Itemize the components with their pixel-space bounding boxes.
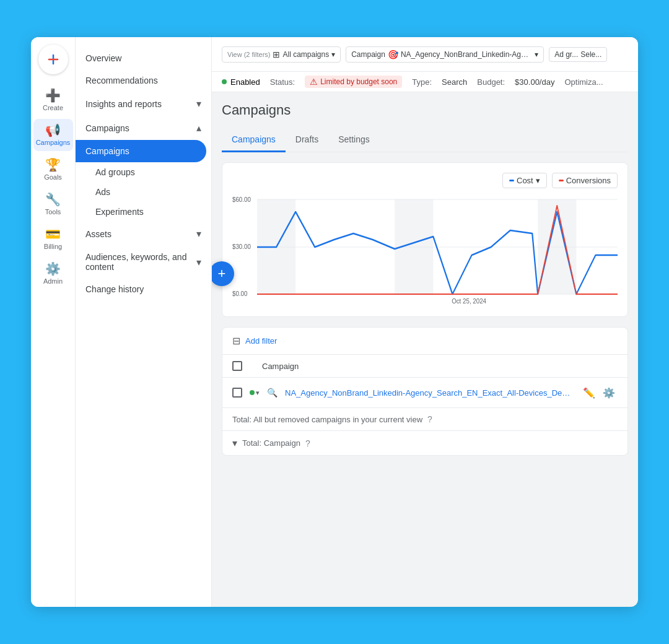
campaign-name-link[interactable]: NA_Agency_NonBrand_Linkedin-Agency_Searc… <box>285 388 573 398</box>
campaign-filter-chip[interactable]: Campaign 🎯 NA_Agency_NonBrand_Linkedin-A… <box>346 46 544 63</box>
assets-chevron-icon: ▾ <box>196 228 201 240</box>
enabled-status: Enabled <box>222 77 260 87</box>
budget-status-badge: ⚠ Limited by budget soon <box>305 76 402 88</box>
sidebar-item-campaigns[interactable]: 📢 Campaigns <box>33 119 73 151</box>
nav-assets-label: Assets <box>85 229 112 239</box>
total-all-label: Total: All but removed campaigns in your… <box>232 415 422 424</box>
settings-icon[interactable]: ⚙️ <box>600 384 618 401</box>
nav-audiences-label: Audiences, keywords, and content <box>85 252 196 272</box>
table-header: Campaign <box>222 355 627 378</box>
goals-icon: 🏆 <box>45 159 61 171</box>
nav-recommendations[interactable]: Recommendations <box>76 69 211 92</box>
nav-experiments-label: Experiments <box>95 207 144 217</box>
content-area: Campaigns Campaigns Drafts Settings <box>212 92 638 607</box>
nav-assets-header[interactable]: Assets ▾ <box>76 222 211 246</box>
billing-label: Billing <box>44 243 62 250</box>
svg-text:$0.00: $0.00 <box>232 290 248 297</box>
enabled-dot <box>222 79 227 84</box>
ad-group-label: Ad gr... <box>554 50 578 59</box>
budget-value: $30.00/day <box>515 77 554 87</box>
nav-change-history-label: Change history <box>85 284 144 294</box>
conversions-line-indicator <box>559 180 564 181</box>
sidebar-item-tools[interactable]: 🔧 Tools <box>33 188 73 220</box>
budget-label: Budget: <box>477 77 505 87</box>
create-label: Create <box>43 104 63 111</box>
grid-icon: ⊞ <box>273 50 280 59</box>
nav-overview-label: Overview <box>85 53 121 63</box>
table-row: ▾ 🔍 NA_Agency_NonBrand_Linkedin-Agency_S… <box>222 378 627 408</box>
campaign-column-header: Campaign <box>262 362 299 371</box>
nav-change-history[interactable]: Change history <box>76 278 211 300</box>
tabs: Campaigns Drafts Settings <box>222 128 628 152</box>
campaigns-table: ⊟ Add filter Campaign ▾ 🔍 <box>222 327 628 456</box>
filter-icon: ⊟ <box>232 335 240 347</box>
enabled-label: Enabled <box>230 77 260 87</box>
icon-sidebar: ➕ Create 📢 Campaigns 🏆 Goals 🔧 Tools 💳 B… <box>31 37 76 607</box>
expand-icon[interactable]: ▾ <box>232 437 237 449</box>
page-title: Campaigns <box>222 102 628 118</box>
ad-group-value: Sele... <box>580 50 601 59</box>
nav-insights-header[interactable]: Insights and reports ▾ <box>76 92 211 116</box>
chart-container: Cost ▾ Conversions $60.00 $30.00 $0. <box>222 162 628 317</box>
add-filter-row[interactable]: ⊟ Add filter <box>222 328 627 355</box>
edit-icon[interactable]: ✏️ <box>580 384 598 401</box>
create-icon: ➕ <box>45 89 61 102</box>
view-value: All campaigns <box>282 50 329 59</box>
total-campaign-row: ▾ Total: Campaign ? <box>222 430 627 455</box>
nav-audiences-header[interactable]: Audiences, keywords, and content ▾ <box>76 246 211 278</box>
ad-group-filter-chip[interactable]: Ad gr... Sele... <box>549 47 607 62</box>
nav-campaigns[interactable]: Campaigns <box>76 140 206 162</box>
row-checkbox[interactable] <box>232 388 242 398</box>
sidebar-item-admin[interactable]: ⚙️ Admin <box>33 258 73 290</box>
nav-ads[interactable]: Ads <box>76 182 211 202</box>
audiences-chevron-icon: ▾ <box>196 256 201 268</box>
campaign-filter-value: NA_Agency_NonBrand_Linkedin-Agency_Searc… <box>401 50 532 59</box>
tab-drafts[interactable]: Drafts <box>286 128 328 152</box>
total-campaign-help-icon[interactable]: ? <box>305 438 310 448</box>
insights-chevron-icon: ▾ <box>196 98 201 110</box>
row-status-indicator[interactable]: ▾ <box>250 389 260 397</box>
total-all-row: Total: All but removed campaigns in your… <box>222 408 627 430</box>
sidebar-item-goals[interactable]: 🏆 Goals <box>33 154 73 186</box>
nav-experiments[interactable]: Experiments <box>76 202 211 222</box>
total-all-help-icon[interactable]: ? <box>427 414 432 424</box>
top-bar: View (2 filters) ⊞ All campaigns ▾ Campa… <box>212 37 638 72</box>
nav-campaigns-label: Campaigns <box>85 146 129 156</box>
campaign-icon: 🎯 <box>388 50 398 59</box>
campaign-chevron-icon: ▾ <box>535 50 538 59</box>
view-filter-chip[interactable]: View (2 filters) ⊞ All campaigns ▾ <box>222 46 341 63</box>
cost-button[interactable]: Cost ▾ <box>502 173 547 188</box>
create-button[interactable] <box>38 45 68 74</box>
budget-status-value: Limited by budget soon <box>320 77 397 86</box>
svg-text:Oct 25, 2024: Oct 25, 2024 <box>452 297 486 305</box>
status-dropdown-icon[interactable]: ▾ <box>256 389 260 397</box>
tab-campaigns[interactable]: Campaigns <box>222 128 286 152</box>
svg-text:$30.00: $30.00 <box>232 243 251 250</box>
admin-icon: ⚙️ <box>45 263 61 275</box>
type-label: Type: <box>412 77 432 87</box>
type-value: Search <box>442 77 467 87</box>
nav-campaigns-header[interactable]: Campaigns ▴ <box>76 116 211 140</box>
nav-overview[interactable]: Overview <box>76 47 211 69</box>
status-label: Status: <box>270 77 295 87</box>
goals-label: Goals <box>44 173 62 181</box>
nav-recommendations-label: Recommendations <box>85 76 158 85</box>
header-checkbox[interactable] <box>232 361 242 371</box>
nav-ads-label: Ads <box>95 187 110 197</box>
nav-campaigns-section-label: Campaigns <box>85 123 129 133</box>
tab-settings[interactable]: Settings <box>328 128 380 152</box>
nav-sidebar: Overview Recommendations Insights and re… <box>76 37 212 607</box>
campaign-type-icon: 🔍 <box>267 388 278 398</box>
chart-wrapper: Cost ▾ Conversions $60.00 $30.00 $0. <box>222 162 628 317</box>
view-label: View (2 filters) <box>227 51 270 58</box>
chart-svg: $60.00 $30.00 $0.00 <box>232 193 618 305</box>
cost-line-indicator <box>509 180 514 181</box>
sidebar-item-create[interactable]: ➕ Create <box>33 84 73 116</box>
conversions-button[interactable]: Conversions <box>552 173 618 188</box>
campaigns-icon: 📢 <box>45 124 61 136</box>
nav-ad-groups[interactable]: Ad groups <box>76 162 211 182</box>
sidebar-item-billing[interactable]: 💳 Billing <box>33 223 73 255</box>
add-filter-label: Add filter <box>245 336 277 346</box>
nav-ad-groups-label: Ad groups <box>95 167 135 177</box>
row-status-dot <box>250 390 255 395</box>
